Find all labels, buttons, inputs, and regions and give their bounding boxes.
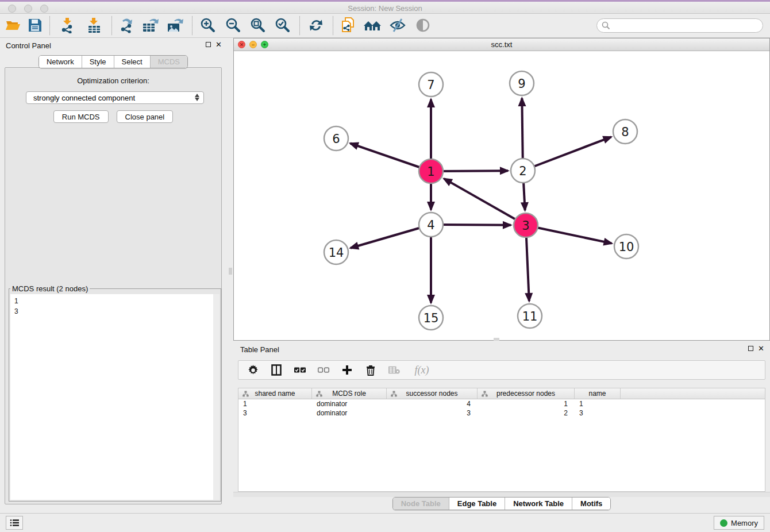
refresh-icon — [308, 17, 324, 33]
zoom-out-button[interactable] — [224, 16, 243, 35]
cell-mcds-role[interactable]: dominator — [312, 408, 387, 418]
network-window-titlebar: ✕ − + scc.txt — [234, 38, 769, 51]
mcds-result-item[interactable]: 1 — [10, 294, 220, 306]
table-row[interactable]: 3 dominator 3 2 3 — [238, 408, 765, 418]
column-header-shared-name[interactable]: shared name — [238, 388, 312, 399]
close-panel-button[interactable]: Close panel — [117, 110, 174, 123]
export-image-button[interactable] — [165, 16, 185, 35]
column-label: shared name — [255, 390, 295, 398]
refresh-button[interactable] — [306, 16, 326, 35]
tab-node-table[interactable]: Node Table — [393, 498, 449, 510]
cell-mcds-role[interactable]: dominator — [312, 399, 387, 408]
column-label: successor nodes — [406, 390, 457, 398]
deselect-all-button[interactable] — [318, 364, 329, 376]
mcds-result-list[interactable]: 1 3 — [10, 294, 220, 500]
select-all-button[interactable] — [294, 364, 306, 376]
graph-node-11[interactable]: 11 — [518, 304, 542, 328]
network-canvas[interactable]: 7968124314101511 — [234, 51, 769, 340]
result-scrollbar[interactable] — [213, 294, 220, 500]
graph-node-6[interactable]: 6 — [324, 126, 348, 151]
settings-gear-icon — [248, 365, 259, 376]
optimization-select[interactable]: strongly connected component — [26, 91, 204, 104]
delete-table-icon — [388, 365, 400, 375]
search-field[interactable] — [596, 18, 763, 33]
graph-edge-2-8[interactable] — [523, 137, 611, 171]
graph-node-3[interactable]: 3 — [514, 213, 538, 237]
tab-style[interactable]: Style — [82, 56, 114, 68]
mcds-panel-body: Optimization criterion: strongly connect… — [5, 67, 222, 504]
show-panel-menu-button[interactable] — [6, 516, 23, 530]
export-network-button[interactable] — [118, 16, 137, 35]
tab-motifs[interactable]: Motifs — [572, 498, 610, 510]
mcds-result-item[interactable]: 3 — [10, 306, 220, 317]
graph-node-label: 6 — [332, 132, 340, 146]
add-column-button[interactable] — [341, 364, 353, 376]
cell-shared-name[interactable]: 1 — [238, 399, 312, 408]
import-network-button[interactable] — [59, 16, 78, 35]
column-header-predecessor-nodes[interactable]: predecessor nodes — [478, 388, 575, 399]
zoom-selected-button[interactable] — [273, 16, 292, 35]
mcds-result-box: MCDS result (2 nodes) 1 3 — [9, 284, 221, 502]
zoom-fit-button[interactable] — [248, 16, 268, 35]
tab-network[interactable]: Network — [39, 56, 82, 68]
close-table-panel-icon[interactable]: ✕ — [758, 345, 764, 352]
column-header-successor-nodes[interactable]: successor nodes — [387, 388, 478, 399]
graph-edge-3-10[interactable] — [526, 225, 612, 244]
search-input[interactable] — [610, 21, 763, 30]
table-row[interactable]: 1 dominator 4 1 1 — [238, 399, 765, 408]
graph-edge-3-1[interactable] — [444, 179, 526, 225]
cell-successor-nodes[interactable]: 4 — [387, 399, 478, 408]
memory-label: Memory — [731, 519, 758, 527]
column-visibility-button[interactable] — [271, 364, 282, 376]
float-panel-icon[interactable] — [206, 42, 211, 47]
graph-node-4[interactable]: 4 — [419, 213, 443, 237]
graph-edge-1-6[interactable] — [351, 143, 431, 171]
delete-table-button[interactable] — [388, 364, 400, 376]
column-header-name[interactable]: name — [575, 388, 621, 399]
home-network-icon — [363, 18, 382, 33]
panel-splitter-handle[interactable] — [229, 268, 232, 275]
function-builder-button[interactable]: f(x) — [412, 364, 432, 376]
network-graph[interactable]: 7968124314101511 — [234, 51, 769, 340]
show-panels-button[interactable] — [413, 16, 433, 35]
export-table-button[interactable] — [141, 16, 160, 35]
table-panel-tabs: Node Table Edge Table Network Table Moti… — [233, 497, 770, 510]
tab-network-table[interactable]: Network Table — [505, 498, 572, 510]
home-network-button[interactable] — [363, 16, 382, 35]
settings-gear-button[interactable] — [247, 364, 259, 376]
float-table-panel-icon[interactable] — [748, 346, 753, 351]
cell-predecessor-nodes[interactable]: 2 — [478, 408, 575, 418]
run-mcds-button[interactable]: Run MCDS — [53, 110, 109, 123]
graph-node-14[interactable]: 14 — [324, 240, 348, 264]
tab-edge-table[interactable]: Edge Table — [449, 498, 505, 510]
tab-select[interactable]: Select — [114, 56, 150, 68]
open-file-button[interactable] — [3, 16, 23, 35]
column-header-mcds-role[interactable]: MCDS role — [312, 388, 387, 399]
hide-panels-button[interactable] — [388, 16, 407, 35]
delete-column-icon — [366, 365, 375, 376]
graph-node-1[interactable]: 1 — [419, 159, 443, 183]
cell-shared-name[interactable]: 3 — [238, 408, 312, 418]
save-session-button[interactable] — [25, 16, 45, 35]
graph-node-2[interactable]: 2 — [511, 159, 535, 183]
graph-node-9[interactable]: 9 — [510, 71, 534, 95]
column-type-icon — [482, 391, 488, 397]
canvas-splitter-handle[interactable] — [494, 338, 499, 341]
graph-node-7[interactable]: 7 — [419, 72, 443, 97]
cell-name[interactable]: 1 — [575, 399, 621, 408]
delete-column-button[interactable] — [365, 364, 376, 376]
table-panel: Table Panel ✕ — [233, 342, 770, 511]
cell-name[interactable]: 3 — [575, 408, 621, 418]
duplicate-network-button[interactable] — [338, 16, 358, 35]
memory-button[interactable]: Memory — [714, 516, 764, 530]
zoom-in-button[interactable] — [198, 16, 218, 35]
graph-node-8[interactable]: 8 — [613, 119, 637, 144]
cell-predecessor-nodes[interactable]: 1 — [478, 399, 575, 408]
graph-node-10[interactable]: 10 — [614, 234, 638, 259]
show-panels-icon — [415, 18, 431, 33]
import-table-button[interactable] — [85, 16, 105, 35]
tab-mcds[interactable]: MCDS — [150, 56, 187, 68]
graph-node-15[interactable]: 15 — [419, 306, 443, 330]
cell-successor-nodes[interactable]: 3 — [387, 408, 478, 418]
close-panel-icon[interactable]: ✕ — [215, 41, 222, 48]
